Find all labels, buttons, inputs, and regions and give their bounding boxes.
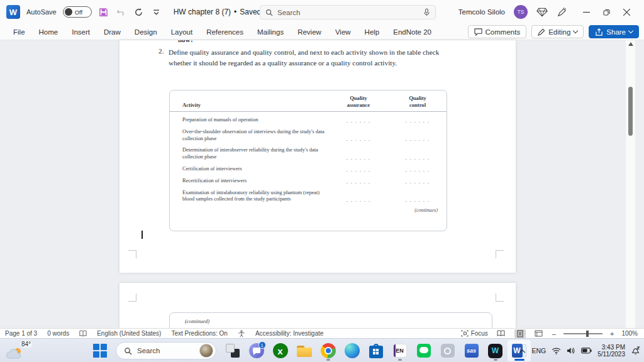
word-count[interactable]: 0 words (47, 330, 69, 337)
tray-expand-chevron-icon[interactable] (519, 349, 526, 353)
focus-mode-button[interactable]: Focus (461, 330, 488, 337)
volume-icon[interactable] (567, 347, 575, 354)
sas-button[interactable]: sas (460, 340, 483, 361)
notifications-bell-icon[interactable] (631, 346, 640, 355)
tab-view[interactable]: View (328, 28, 358, 36)
line-app-button[interactable] (412, 340, 435, 361)
redo-icon[interactable] (133, 6, 145, 18)
zoom-in-button[interactable]: + (610, 330, 614, 337)
search-box[interactable]: Search (260, 5, 436, 19)
xbox-button[interactable]: x (269, 340, 292, 361)
question-text: Define quality assurance and quality con… (169, 47, 453, 68)
activity-cell: Over-the-shoulder observation of intervi… (170, 129, 328, 143)
scroll-up-arrow-icon[interactable] (628, 42, 633, 46)
zoom-out-button[interactable]: – (552, 330, 556, 337)
title-bar: W AutoSave Off HW chapter 8 (7) • Saved … (0, 0, 644, 24)
premium-diamond-icon[interactable] (536, 8, 548, 17)
taskbar-search[interactable]: Search (116, 342, 216, 359)
restore-button[interactable] (596, 2, 616, 22)
language-indicator[interactable]: English (United States) (97, 330, 161, 337)
autosave-label: AutoSave (26, 8, 57, 16)
autosave-state: Off (75, 9, 83, 16)
webex-button[interactable]: W (484, 340, 507, 361)
dictate-mic-icon[interactable] (423, 8, 430, 16)
vertical-scrollbar[interactable] (625, 40, 635, 328)
page-indicator[interactable]: Page 1 of 3 (5, 330, 37, 337)
start-button[interactable] (88, 340, 111, 361)
pinned-app-icon (441, 344, 455, 358)
teams-chat-button[interactable]: 1 (245, 340, 268, 361)
weather-widget[interactable]: 84° (5, 341, 38, 361)
scrollbar-thumb[interactable] (628, 87, 633, 136)
store-icon (369, 346, 383, 358)
editor-pen-icon[interactable] (557, 7, 567, 18)
tab-insert[interactable]: Insert (65, 28, 97, 36)
accessibility-status[interactable]: Accessibility: Investigate (255, 330, 323, 337)
tab-home[interactable]: Home (32, 28, 65, 36)
share-button[interactable]: Share (589, 25, 639, 38)
undo-icon[interactable] (116, 6, 127, 18)
search-placeholder: Search (277, 9, 419, 16)
zoom-slider[interactable] (564, 333, 602, 334)
chrome-icon (321, 343, 336, 358)
accessibility-person-icon[interactable] (238, 330, 245, 337)
tab-draw[interactable]: Draw (97, 28, 128, 36)
tab-mailings[interactable]: Mailings (250, 28, 291, 36)
tab-references[interactable]: References (199, 28, 250, 36)
tab-endnote-20[interactable]: EndNote 20 (386, 28, 438, 36)
tab-file[interactable]: File (6, 28, 32, 36)
endnote-button[interactable]: EN (388, 340, 411, 361)
qa-cell: . . . . . . (328, 179, 389, 185)
save-icon[interactable] (98, 6, 109, 18)
comments-button[interactable]: Comments (468, 25, 527, 38)
tab-help[interactable]: Help (358, 28, 387, 36)
file-explorer-button[interactable] (292, 340, 316, 361)
zoom-level[interactable]: 100% (621, 330, 638, 337)
table-body: Preparation of manuals of operation. . .… (170, 117, 447, 203)
activity-cell: Certification of interviewers (170, 166, 328, 173)
battery-icon[interactable] (581, 348, 592, 354)
close-button[interactable] (616, 2, 636, 22)
print-layout-button[interactable] (514, 329, 526, 338)
chrome-button[interactable] (316, 340, 340, 361)
comment-bubble-icon (474, 28, 482, 36)
notification-badge: 1 (258, 341, 266, 349)
pinned-app-button[interactable] (436, 340, 459, 361)
tab-review[interactable]: Review (291, 28, 328, 36)
document-title[interactable]: HW chapter 8 (7) • Saved (174, 8, 269, 16)
zoom-slider-thumb[interactable] (586, 331, 589, 337)
document-title-text: HW chapter 8 (7) (174, 8, 231, 16)
microsoft-store-button[interactable] (364, 340, 387, 361)
share-label: Share (606, 28, 626, 36)
tab-design[interactable]: Design (128, 28, 164, 36)
toggle-knob-icon (65, 8, 72, 16)
header-quality-assurance: Quality assurance (328, 95, 389, 108)
margin-corner-mark (128, 250, 136, 258)
input-language[interactable]: ENG (531, 347, 546, 354)
task-view-button[interactable] (221, 340, 244, 361)
margin-corner-mark (128, 293, 136, 302)
read-mode-button[interactable] (496, 329, 507, 338)
title-separator: • (234, 8, 236, 16)
ribbon-bar: FileHomeInsertDrawDesignLayoutReferences… (0, 24, 644, 40)
focus-icon (461, 330, 469, 337)
customize-toolbar-icon[interactable] (151, 6, 162, 18)
proofing-book-icon[interactable] (79, 330, 87, 337)
text-predictions[interactable]: Text Predictions: On (171, 330, 227, 337)
edge-button[interactable] (340, 340, 364, 361)
web-layout-button[interactable] (533, 329, 545, 338)
minimize-button[interactable] (576, 2, 596, 22)
page-2[interactable]: (continued) (119, 283, 516, 328)
document-canvas: how? 2. Define quality assurance and qua… (0, 40, 644, 328)
table-row: Over-the-shoulder observation of intervi… (170, 129, 447, 143)
clock[interactable]: 3:43 PM 5/11/2023 (597, 344, 625, 358)
search-highlight-image (199, 344, 213, 358)
editing-mode-button[interactable]: Editing (531, 25, 584, 38)
wifi-icon[interactable] (552, 348, 561, 354)
user-name[interactable]: Temcolo Silolo (458, 8, 505, 16)
windows-logo-icon (93, 344, 107, 358)
autosave-toggle[interactable]: Off (63, 6, 92, 18)
page-1[interactable]: how? 2. Define quality assurance and qua… (119, 40, 516, 273)
tab-layout[interactable]: Layout (164, 28, 200, 36)
avatar[interactable]: TS (514, 5, 528, 19)
